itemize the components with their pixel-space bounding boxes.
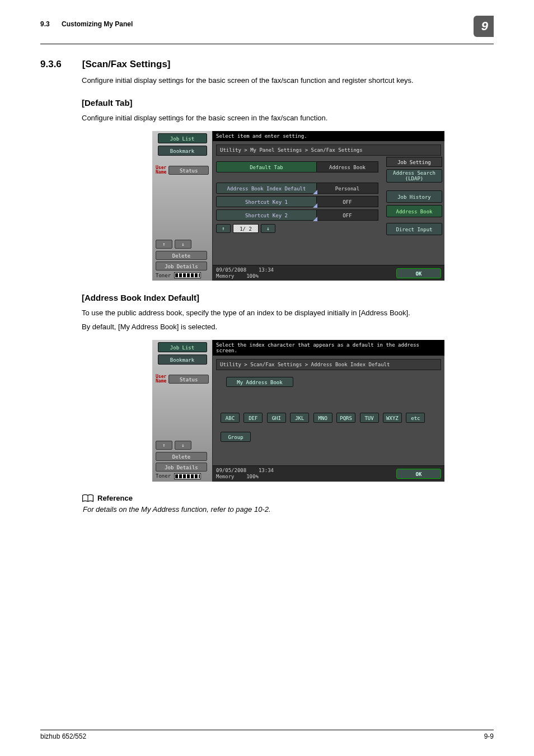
footer-right: 9-9 [484,732,494,740]
bookmark-tab[interactable]: Bookmark [158,354,207,365]
panel1-breadcrumb: Utility > My Panel Settings > Scan/Fax S… [216,144,441,156]
abid-p2: By default, [My Address Book] is selecte… [82,322,494,332]
toner-label: Toner [156,473,171,479]
default-tab-value: Address Book [317,161,378,172]
panel-date: 09/05/2008 [216,267,246,273]
header-section-title: Customizing My Panel [62,20,133,28]
status-button[interactable]: Status [168,166,209,175]
shortcut1-value: OFF [317,196,378,207]
direct-input-button[interactable]: Direct Input [386,223,442,235]
panel-date: 09/05/2008 [216,468,246,473]
panel1-message: Select item and enter setting. [213,131,444,141]
job-list-area [152,176,212,237]
memory-value: 100% [246,273,259,279]
toner-level-icon [174,473,201,479]
job-down-button[interactable]: ↓ [175,441,191,450]
panel-address-book-index-default: Job List Bookmark User Name Status ↑ ↓ D… [152,340,444,482]
default-tab-key[interactable]: Default Tab [216,161,317,172]
index-etc[interactable]: etc [406,413,425,423]
sec-num: 9.3.6 [40,59,79,70]
toner-label: Toner [156,273,171,278]
toner-level-icon [174,272,201,278]
index-def[interactable]: DEF [243,413,263,423]
index-wxyz[interactable]: WXYZ [383,413,402,423]
index-mno[interactable]: MNO [313,413,332,423]
address-book-button[interactable]: Address Book [386,205,442,217]
memory-label: Memory [216,273,235,279]
job-details-button[interactable]: Job Details [156,463,207,472]
sec-title: [Scan/Fax Settings] [82,59,171,69]
shortcut2-value: OFF [317,209,378,221]
user-name-label: User Name [156,375,166,384]
shortcut1-key[interactable]: Shortcut Key 1 [216,196,317,207]
job-list-tab[interactable]: Job List [158,342,207,352]
my-address-book-button[interactable]: My Address Book [226,377,293,387]
job-setting-header: Job Setting [386,157,442,167]
status-button[interactable]: Status [168,375,209,384]
delete-button[interactable]: Delete [156,251,207,260]
chapter-number-badge: 9 [474,16,494,37]
panel-scanfax-settings: Job List Bookmark User Name Status ↑ ↓ D… [152,131,444,281]
address-search-button[interactable]: Address Search (LDAP) [386,169,442,183]
reference-text: For details on the My Address function, … [83,505,494,514]
page-indicator: 1/ 2 [233,224,259,233]
book-icon [82,494,94,503]
abid-heading: [Address Book Index Default] [82,293,494,302]
bookmark-tab[interactable]: Bookmark [158,146,207,156]
ok-button[interactable]: OK [396,469,441,479]
index-tuv[interactable]: TUV [360,413,379,423]
sec-intro: Configure initial display settings for t… [82,76,494,86]
index-pqrs[interactable]: PQRS [336,413,355,423]
job-list-tab[interactable]: Job List [158,133,207,143]
memory-value: 100% [246,474,259,479]
memory-label: Memory [216,474,235,479]
page-up-button[interactable]: ↑ [216,224,231,233]
index-abc[interactable]: ABC [221,413,240,423]
abid-key[interactable]: Address Book Index Default [216,183,317,194]
footer-left: bizhub 652/552 [40,732,86,740]
job-details-button[interactable]: Job Details [156,262,207,270]
user-name-label: User Name [156,166,166,175]
panel2-message: Select the index character that appears … [213,340,444,356]
shortcut2-key[interactable]: Shortcut Key 2 [216,209,317,221]
default-tab-heading: [Default Tab] [82,98,494,108]
job-up-button[interactable]: ↑ [156,240,172,249]
job-list-area [152,385,212,438]
ok-button[interactable]: OK [396,268,441,278]
abid-p1: To use the public address book, specify … [82,308,494,318]
default-tab-intro: Configure initial display settings for t… [82,113,494,123]
group-button[interactable]: Group [221,432,251,442]
panel-time: 13:34 [259,468,274,473]
index-ghi[interactable]: GHI [267,413,286,423]
reference-label: Reference [97,494,133,502]
abid-value: Personal [317,183,378,194]
job-up-button[interactable]: ↑ [156,441,172,450]
header-section-num: 9.3 [40,20,50,28]
job-history-button[interactable]: Job History [386,190,442,203]
index-jkl[interactable]: JKL [290,413,309,423]
panel2-breadcrumb: Utility > Scan/Fax Settings > Address Bo… [216,359,441,370]
job-down-button[interactable]: ↓ [175,240,191,249]
delete-button[interactable]: Delete [156,452,207,461]
page-down-button[interactable]: ↓ [261,224,275,233]
panel-time: 13:34 [259,267,274,273]
